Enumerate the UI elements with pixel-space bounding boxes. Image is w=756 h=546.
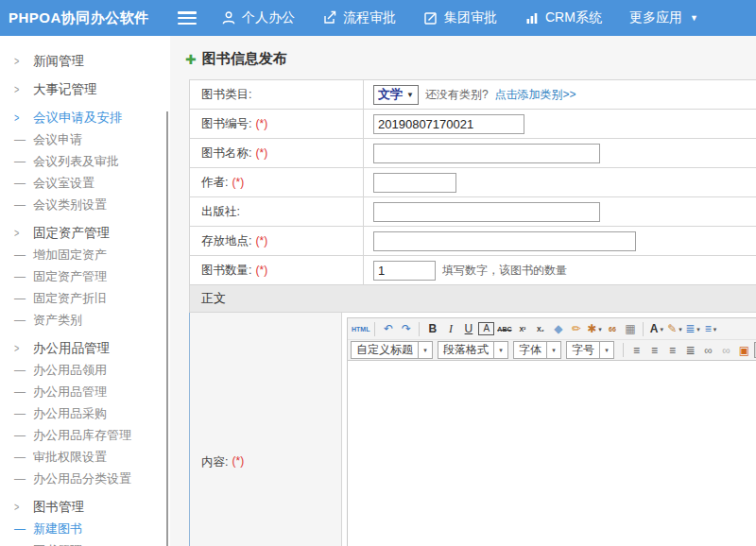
sidebar-item[interactable]: —图书管理 [0,539,170,546]
ordered-list-icon[interactable]: ≣▾ [684,321,700,337]
chevron-right-icon: > [14,54,27,68]
superscript-icon[interactable]: X² [514,321,530,337]
strikethrough-icon[interactable]: ABC [496,321,512,337]
bold-icon[interactable]: B [424,321,440,337]
flow-approval-icon [322,10,337,26]
sidebar-group[interactable]: >固定资产管理 [0,222,170,244]
sidebar-item[interactable]: —审批权限设置 [0,446,170,468]
add-category-link[interactable]: 点击添加类别>> [495,87,576,103]
nav-label: 更多应用 [629,9,682,26]
nav-more-apps[interactable]: 更多应用 ▼ [629,9,698,26]
unordered-list-icon[interactable]: ≡▾ [702,321,718,337]
page-title: 图书信息发布 [202,50,287,68]
sidebar-item[interactable]: —资产类别 [0,309,170,331]
sidebar-item[interactable]: —办公用品库存管理 [0,424,170,446]
toolbar-separator [643,322,644,336]
font-family-dropdown[interactable]: 字体▾ [513,341,561,359]
topbar: PHPOA协同办公软件 个人办公 流程审批 [0,0,756,36]
sidebar-item[interactable]: —办公用品采购 [0,402,170,424]
redo-icon[interactable]: ↷ [398,321,414,337]
form-text-input[interactable] [373,114,524,134]
sidebar: >新闻管理>大事记管理>会议申请及安排—会议申请—会议列表及审批—会议室设置—会… [0,36,170,546]
caret-down-icon: ▼ [406,91,414,99]
sidebar-group[interactable]: >新闻管理 [0,50,170,72]
nav-flow-approval[interactable]: 流程审批 [322,9,396,26]
form-text-input[interactable] [373,231,636,251]
nav-personal-office[interactable]: 个人办公 [221,9,295,26]
sidebar-item[interactable]: —新建图书 [0,518,170,539]
subscript-icon[interactable]: X₂ [532,321,548,337]
font-box-icon[interactable]: A [478,322,494,335]
form-row: 作者:(*) [189,168,756,197]
sidebar-group[interactable]: >会议申请及安排 [0,107,170,128]
sidebar-group[interactable]: >办公用品管理 [0,337,170,359]
form-label: 图书类目: [190,80,364,109]
blockquote-icon[interactable]: 66 [604,321,620,337]
dash-icon: — [14,451,33,464]
justify-icon[interactable]: ≣ [682,342,698,358]
unlink-icon[interactable]: ∞ [718,342,734,358]
sidebar-group[interactable]: >图书管理 [0,496,170,518]
sidebar-group[interactable]: >大事记管理 [0,78,170,100]
form-label: 图书名称:(*) [190,139,364,167]
nav-crm-system[interactable]: CRM系统 [524,9,602,26]
caret-down-icon: ▾ [713,326,717,333]
form-label: 出版社: [190,197,364,226]
required-mark: (*) [255,117,267,130]
form-text-input[interactable] [373,173,456,193]
sidebar-item-label: 新建图书 [33,520,82,537]
paragraph-format-dropdown[interactable]: 段落格式▾ [438,341,508,359]
sidebar-item[interactable]: —增加固定资产 [0,244,170,265]
nav-label: CRM系统 [545,9,602,26]
eraser-icon[interactable]: ◆ [550,321,566,337]
form-text-input[interactable] [373,202,600,222]
sidebar-item[interactable]: —会议申请 [0,128,170,150]
image-icon[interactable]: ▣ [736,342,752,358]
form-label: 图书编号:(*) [190,110,364,138]
align-center-icon[interactable]: ≡ [646,342,662,358]
sidebar-item[interactable]: —固定资产折旧 [0,287,170,309]
format-brush-icon[interactable]: ✏ [568,321,584,337]
sidebar-item[interactable]: —固定资产管理 [0,265,170,287]
font-color-icon[interactable]: A▾ [648,321,664,337]
undo-icon[interactable]: ↶ [380,321,396,337]
palette-icon[interactable]: ✱▾ [586,321,602,337]
align-left-icon[interactable]: ≡ [628,342,644,358]
sidebar-item-label: 办公用品库存管理 [33,427,131,444]
caret-down-icon: ▾ [546,342,560,358]
form-row-category: 图书类目: 文学 ▼ 还没有类别? 点击添加类别>> [189,80,756,110]
paste-text-icon[interactable]: ▦ [622,321,638,337]
form-text-input[interactable] [373,261,436,281]
section-header: 正文 [189,285,756,313]
chevron-right-icon: > [14,341,27,355]
editor-toolbar-row2: 自定义标题▾段落格式▾字体▾字号▾≡≡≡≣∞∞▣▣ [348,339,756,360]
sidebar-scrollbar[interactable] [166,111,168,546]
sidebar-item[interactable]: —会议类别设置 [0,194,170,215]
highlight-icon[interactable]: ✎▾ [666,321,682,337]
custom-heading-dropdown[interactable]: 自定义标题▾ [351,341,433,359]
sidebar-item-label: 办公用品采购 [33,405,107,422]
app-window: PHPOA协同办公软件 个人办公 流程审批 [0,0,756,546]
editor-content-area[interactable] [348,360,756,546]
underline-icon[interactable]: U [460,321,476,337]
form-text-input[interactable] [373,144,600,163]
align-right-icon[interactable]: ≡ [664,342,680,358]
sidebar-item[interactable]: —办公用品管理 [0,381,170,402]
person-icon [221,10,236,26]
sidebar-item[interactable]: —会议列表及审批 [0,150,170,172]
sidebar-item[interactable]: —办公用品领用 [0,359,170,381]
nav-group-approval[interactable]: 集团审批 [423,9,497,26]
hamburger-menu-icon[interactable] [178,11,197,25]
editor-toolbar-row1: HTML↶↷BIUAABCX²X₂◆✏✱▾66▦A▾✎▾≣▾≡▾ [348,318,756,339]
toolbar-separator [419,322,420,336]
sidebar-item[interactable]: —会议室设置 [0,172,170,194]
italic-icon[interactable]: I [442,321,458,337]
dash-icon: — [14,248,33,262]
sidebar-item[interactable]: —办公用品分类设置 [0,468,170,489]
category-hint: 还没有类别? [425,87,489,103]
font-size-dropdown[interactable]: 字号▾ [566,341,614,359]
category-select[interactable]: 文学 ▼ [373,85,419,105]
group-approval-icon [423,10,438,26]
link-icon[interactable]: ∞ [700,342,716,358]
html-source-icon[interactable]: HTML [352,321,369,337]
